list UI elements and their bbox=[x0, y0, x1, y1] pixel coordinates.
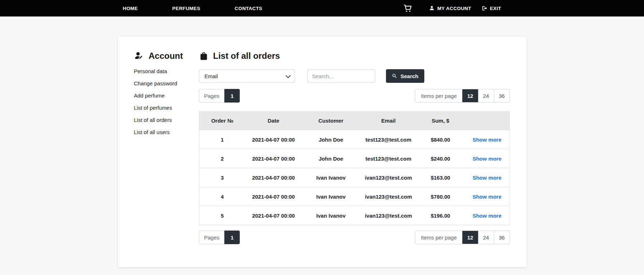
items-per-page-option-36[interactable]: 36 bbox=[494, 231, 510, 244]
table-header-row: Order № Date Customer Email Sum, $ bbox=[199, 112, 510, 130]
cell-sum: $163.00 bbox=[416, 168, 464, 187]
table-row: 3 2021-04-07 00:00 Ivan Ivanov ivan123@t… bbox=[199, 168, 510, 187]
items-per-page-group: Items per page 12 24 36 bbox=[415, 89, 510, 103]
items-per-page-group: Items per page 12 24 36 bbox=[415, 231, 510, 244]
top-navbar: HOME PERFUMES CONTACTS MY ACCOUNT bbox=[0, 0, 644, 16]
content-card: Account Personal data Change password Ad… bbox=[118, 37, 526, 267]
nav-link-contacts[interactable]: CONTACTS bbox=[235, 6, 262, 11]
cell-date: 2021-04-07 00:00 bbox=[245, 187, 301, 206]
exit-button[interactable]: EXIT bbox=[481, 5, 501, 11]
cell-email: test123@test.com bbox=[361, 149, 416, 168]
pages-group: Pages 1 bbox=[199, 89, 240, 103]
person-icon bbox=[429, 5, 435, 11]
items-per-page-option-12[interactable]: 12 bbox=[462, 89, 478, 102]
cell-order-number: 2 bbox=[199, 149, 245, 168]
search-button[interactable]: Search bbox=[386, 69, 424, 83]
sidebar-item-list-of-all-orders[interactable]: List of all orders bbox=[134, 114, 199, 126]
pagination-top: Pages 1 Items per page 12 24 36 bbox=[199, 89, 510, 103]
nav-link-home[interactable]: HOME bbox=[123, 6, 138, 11]
table-row: 5 2021-04-07 00:00 Ivan Ivanov ivan123@t… bbox=[199, 206, 510, 225]
sidebar-menu: Personal data Change password Add perfum… bbox=[134, 65, 199, 138]
header-order-number: Order № bbox=[199, 112, 245, 130]
page-button-1[interactable]: 1 bbox=[224, 89, 240, 103]
cell-customer: Ivan Ivanov bbox=[301, 168, 361, 187]
show-more-link[interactable]: Show more bbox=[472, 194, 501, 200]
filter-row: Email Search bbox=[199, 69, 510, 83]
cell-order-number: 5 bbox=[199, 206, 245, 225]
cell-date: 2021-04-07 00:00 bbox=[245, 149, 301, 168]
items-per-page-option-24[interactable]: 24 bbox=[478, 89, 494, 102]
cell-email: ivan123@test.com bbox=[361, 187, 416, 206]
page-button-1[interactable]: 1 bbox=[224, 231, 240, 244]
cell-email: test123@test.com bbox=[361, 130, 416, 149]
cell-customer: Ivan Ivanov bbox=[301, 206, 361, 225]
cell-email: ivan123@test.com bbox=[361, 206, 416, 225]
sidebar-title: Account bbox=[134, 50, 199, 62]
items-per-page-option-24[interactable]: 24 bbox=[478, 231, 494, 244]
cell-customer: Ivan Ivanov bbox=[301, 187, 361, 206]
cell-sum: $780.00 bbox=[416, 187, 464, 206]
table-row: 1 2021-04-07 00:00 John Doe test123@test… bbox=[199, 130, 510, 149]
cell-customer: John Doe bbox=[301, 130, 361, 149]
sidebar-item-personal-data[interactable]: Personal data bbox=[134, 65, 199, 77]
sidebar-item-list-of-all-users[interactable]: List of all users bbox=[134, 126, 199, 138]
search-icon bbox=[392, 73, 397, 79]
cart-icon[interactable] bbox=[403, 3, 413, 13]
sign-out-icon bbox=[481, 5, 488, 11]
search-input[interactable] bbox=[307, 69, 375, 83]
cell-date: 2021-04-07 00:00 bbox=[245, 130, 301, 149]
show-more-link[interactable]: Show more bbox=[472, 156, 501, 162]
items-per-page-option-36[interactable]: 36 bbox=[494, 89, 510, 102]
my-account-button[interactable]: MY ACCOUNT bbox=[429, 5, 471, 11]
header-date: Date bbox=[245, 112, 301, 130]
cell-sum: $840.00 bbox=[416, 130, 464, 149]
search-button-label: Search bbox=[401, 73, 419, 79]
show-more-link[interactable]: Show more bbox=[472, 213, 501, 219]
cell-date: 2021-04-07 00:00 bbox=[245, 206, 301, 225]
pages-label: Pages bbox=[199, 89, 225, 103]
shopping-bag-icon bbox=[199, 51, 209, 61]
table-row: 4 2021-04-07 00:00 Ivan Ivanov ivan123@t… bbox=[199, 187, 510, 206]
header-email: Email bbox=[361, 112, 416, 130]
pages-label: Pages bbox=[199, 231, 225, 244]
items-per-page-label: Items per page bbox=[415, 231, 462, 244]
page-title: List of all orders bbox=[199, 50, 510, 62]
table-row: 2 2021-04-07 00:00 John Doe test123@test… bbox=[199, 149, 510, 168]
cell-order-number: 1 bbox=[199, 130, 245, 149]
cell-sum: $196.00 bbox=[416, 206, 464, 225]
header-sum: Sum, $ bbox=[416, 112, 464, 130]
header-customer: Customer bbox=[301, 112, 361, 130]
items-per-page-option-12[interactable]: 12 bbox=[462, 231, 478, 244]
cell-order-number: 4 bbox=[199, 187, 245, 206]
page-title-label: List of all orders bbox=[213, 50, 280, 62]
sidebar-item-add-perfume[interactable]: Add perfume bbox=[134, 90, 199, 102]
user-edit-icon bbox=[134, 51, 144, 61]
show-more-link[interactable]: Show more bbox=[472, 175, 501, 181]
sidebar-title-label: Account bbox=[149, 50, 183, 62]
account-sidebar: Account Personal data Change password Ad… bbox=[134, 50, 199, 244]
sidebar-item-list-of-perfumes[interactable]: List of perfumes bbox=[134, 102, 199, 114]
nav-link-perfumes[interactable]: PERFUMES bbox=[172, 6, 200, 11]
pages-group: Pages 1 bbox=[199, 231, 240, 244]
pagination-bottom: Pages 1 Items per page 12 24 36 bbox=[199, 231, 510, 244]
my-account-label: MY ACCOUNT bbox=[437, 6, 471, 11]
cell-date: 2021-04-07 00:00 bbox=[245, 168, 301, 187]
cell-email: ivan123@test.com bbox=[361, 168, 416, 187]
orders-table: Order № Date Customer Email Sum, $ 1 202… bbox=[199, 111, 510, 225]
search-field-select[interactable]: Email bbox=[199, 69, 295, 83]
exit-label: EXIT bbox=[490, 6, 501, 11]
show-more-link[interactable]: Show more bbox=[472, 137, 501, 143]
cell-order-number: 3 bbox=[199, 168, 245, 187]
sidebar-item-change-password[interactable]: Change password bbox=[134, 77, 199, 90]
cell-sum: $240.00 bbox=[416, 149, 464, 168]
orders-main: List of all orders Email Search Pages bbox=[199, 50, 510, 244]
items-per-page-label: Items per page bbox=[415, 89, 462, 102]
cell-customer: John Doe bbox=[301, 149, 361, 168]
header-action bbox=[464, 112, 510, 130]
